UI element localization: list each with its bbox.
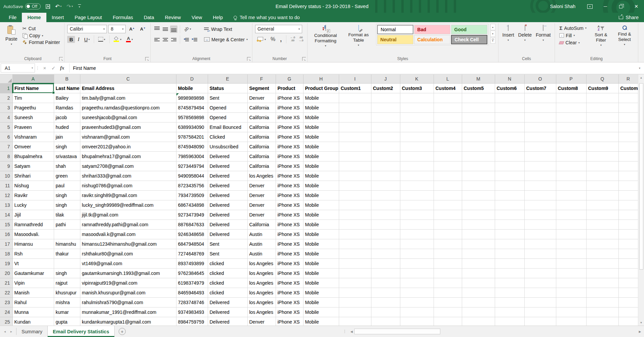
cell-M21[interactable] bbox=[462, 278, 495, 288]
cell-D16[interactable]: 9246348658 bbox=[176, 229, 208, 239]
column-header-l[interactable]: L bbox=[434, 75, 462, 83]
cell-C21[interactable]: vipinrajput919@gmail.com bbox=[80, 278, 176, 288]
cell-C5[interactable]: praveenhuded3@gmail.com bbox=[80, 122, 176, 132]
cell-O7[interactable] bbox=[524, 142, 556, 151]
cell-N1[interactable]: Custom6 bbox=[495, 83, 524, 93]
increase-decimal-button[interactable]: ←.0.00 bbox=[289, 36, 296, 42]
row-header-1[interactable]: 1 bbox=[0, 83, 12, 93]
cell-Q12[interactable] bbox=[586, 190, 618, 200]
row-header-4[interactable]: 4 bbox=[0, 112, 12, 122]
cell-C25[interactable]: kundankumargupta1@gmail.com bbox=[80, 317, 176, 326]
increase-indent-button[interactable]: ▸ bbox=[191, 36, 198, 43]
cell-Q25[interactable] bbox=[586, 317, 618, 326]
cell-R19[interactable] bbox=[618, 258, 638, 268]
cell-R11[interactable] bbox=[618, 181, 638, 190]
cell-L20[interactable] bbox=[434, 268, 462, 278]
cell-J21[interactable] bbox=[371, 278, 400, 288]
cell-L8[interactable] bbox=[434, 151, 462, 161]
cell-C13[interactable]: lucky_singh99989@rediffmail.com bbox=[80, 200, 176, 210]
cell-E13[interactable]: Delivered bbox=[208, 200, 247, 210]
cell-E18[interactable]: Sent bbox=[208, 249, 247, 258]
cell-O24[interactable] bbox=[524, 307, 556, 317]
cell-A20[interactable]: Gautamkumar bbox=[12, 268, 54, 278]
cell-R23[interactable] bbox=[618, 297, 638, 307]
cell-D4[interactable]: 9578569898 bbox=[176, 112, 208, 122]
cell-G16[interactable]: iPhone XS bbox=[276, 229, 303, 239]
cell-C14[interactable]: jijil.tk@gmail.com bbox=[80, 210, 176, 220]
cell-E20[interactable]: clicked bbox=[208, 268, 247, 278]
cell-O2[interactable] bbox=[524, 93, 556, 103]
cell-G13[interactable]: iPhone XS bbox=[276, 200, 303, 210]
formula-input[interactable]: First Name bbox=[70, 63, 635, 73]
cell-E4[interactable]: Opened bbox=[208, 112, 247, 122]
cell-B10[interactable]: green bbox=[54, 171, 80, 181]
cell-J15[interactable] bbox=[371, 220, 400, 229]
cell-C19[interactable]: vt1469@gmail.com bbox=[80, 258, 176, 268]
find-select-button[interactable]: Find & Select ▾ bbox=[614, 24, 635, 47]
cell-D9[interactable]: 9273449794 bbox=[176, 161, 208, 171]
cell-J9[interactable] bbox=[371, 161, 400, 171]
vertical-scroll-thumb[interactable] bbox=[639, 83, 643, 270]
cell-H2[interactable]: Mobile bbox=[303, 93, 339, 103]
row-header-6[interactable]: 6 bbox=[0, 132, 12, 142]
cell-C10[interactable]: shrihari333@gmail.com bbox=[80, 171, 176, 181]
cell-K24[interactable] bbox=[400, 307, 434, 317]
copy-button[interactable]: Copy▾ bbox=[21, 32, 62, 39]
cell-N12[interactable] bbox=[495, 190, 524, 200]
cell-E9[interactable]: Delivered bbox=[208, 161, 247, 171]
cell-M18[interactable] bbox=[462, 249, 495, 258]
cell-H14[interactable]: Mobile bbox=[303, 210, 339, 220]
cell-O10[interactable] bbox=[524, 171, 556, 181]
cell-E7[interactable]: Unsubscribed bbox=[208, 142, 247, 151]
cell-Q5[interactable] bbox=[586, 122, 618, 132]
cell-G9[interactable]: iPhone XS bbox=[276, 161, 303, 171]
cell-J7[interactable] bbox=[371, 142, 400, 151]
scrollbar-resize-handle[interactable]: ⋮ bbox=[341, 329, 349, 334]
tab-review[interactable]: Review bbox=[159, 13, 186, 22]
cell-F20[interactable]: los Angeles bbox=[247, 268, 276, 278]
cell-R18[interactable] bbox=[618, 249, 638, 258]
cell-G4[interactable]: iPhone XS bbox=[276, 112, 303, 122]
cell-G24[interactable]: iPhone XS bbox=[276, 307, 303, 317]
row-header-7[interactable]: 7 bbox=[0, 142, 12, 151]
sort-filter-button[interactable]: AZ Sort & Filter ▾ bbox=[590, 24, 612, 47]
cell-P2[interactable] bbox=[556, 93, 586, 103]
cell-A9[interactable]: Satyam bbox=[12, 161, 54, 171]
cell-C18[interactable]: rshthakur80@gmail.com bbox=[80, 249, 176, 258]
column-header-o[interactable]: O bbox=[524, 75, 556, 83]
cell-G22[interactable]: iPhone XS bbox=[276, 288, 303, 297]
cell-K17[interactable] bbox=[400, 239, 434, 249]
cell-A16[interactable]: Masoodvali. bbox=[12, 229, 54, 239]
style-bad[interactable]: Bad bbox=[414, 25, 450, 34]
cell-C24[interactable]: munnakumar_1991@rediffmail.com bbox=[80, 307, 176, 317]
cell-F11[interactable]: Denver bbox=[247, 181, 276, 190]
cell-J23[interactable] bbox=[371, 297, 400, 307]
user-name[interactable]: Saloni Shah bbox=[543, 0, 582, 13]
cell-N2[interactable] bbox=[495, 93, 524, 103]
cell-F19[interactable]: los Angeles bbox=[247, 258, 276, 268]
column-header-k[interactable]: K bbox=[400, 75, 434, 83]
ribbon-display-options-button[interactable]: ▴ bbox=[582, 0, 598, 13]
cell-G18[interactable]: iPhone XS bbox=[276, 249, 303, 258]
format-as-table-button[interactable]: Format as Table ▾ bbox=[343, 24, 374, 47]
cell-N23[interactable] bbox=[495, 297, 524, 307]
cell-F5[interactable]: California bbox=[247, 122, 276, 132]
cell-O15[interactable] bbox=[524, 220, 556, 229]
cell-J25[interactable] bbox=[371, 317, 400, 326]
cell-P22[interactable] bbox=[556, 288, 586, 297]
row-header-20[interactable]: 20 bbox=[0, 268, 12, 278]
column-header-i[interactable]: I bbox=[339, 75, 371, 83]
cell-N10[interactable] bbox=[495, 171, 524, 181]
cell-P21[interactable] bbox=[556, 278, 586, 288]
cell-E11[interactable]: Delivered bbox=[208, 181, 247, 190]
top-align-button[interactable] bbox=[153, 26, 161, 33]
cell-O12[interactable] bbox=[524, 190, 556, 200]
cell-I25[interactable] bbox=[339, 317, 371, 326]
cell-P9[interactable] bbox=[556, 161, 586, 171]
cell-O18[interactable] bbox=[524, 249, 556, 258]
cell-L11[interactable] bbox=[434, 181, 462, 190]
cell-H10[interactable]: Mobile bbox=[303, 171, 339, 181]
cell-O21[interactable] bbox=[524, 278, 556, 288]
cell-I9[interactable] bbox=[339, 161, 371, 171]
cell-P14[interactable] bbox=[556, 210, 586, 220]
